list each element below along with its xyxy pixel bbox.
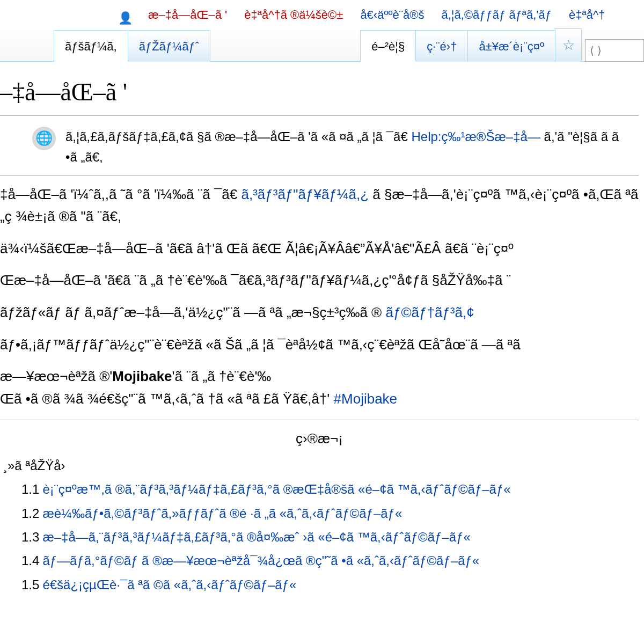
para-0: ‡å—åŒ–ã 'ï¼ˆã,,ã ˜ã °ã 'ï¼‰ã ¨ã ¯ã€ ã,³ã…	[0, 184, 639, 228]
toc-item[interactable]: 1.1è¡¨ç¤ºæ™,ã ®ã,¨ãƒ³ã,³ãƒ¼ãƒ‡ã,£ãƒ³ã,°ã…	[21, 479, 639, 500]
user-icon: 👤	[118, 9, 131, 21]
toc-link[interactable]: é€šä¿¡çµŒè·¯ã ªã ©ã «ã,ˆã,‹ãƒˆãƒ©ãƒ–ãƒ«	[42, 577, 296, 592]
watchlist-star-icon[interactable]: ☆	[555, 28, 582, 62]
tabs-left: ãƒšãƒ¼ã, ãƒŽãƒ¼ãƒˆ	[54, 30, 210, 61]
topnav-link-3[interactable]: è‡ªå^†	[569, 5, 605, 24]
hatnote-pre: ã,¦ã,£ã,­ãƒšãƒ‡ã,£ã,¢ã §ã ®æ–‡å—åŒ–ã 'ã …	[65, 129, 408, 144]
hatnote-link[interactable]: Help:ç‰¹æ®Šæ–‡å—	[411, 129, 540, 144]
para-2-pre: Œæ–‡å—åŒ–ã 'ã€ã ¨ã „ã †è¨€è'‰ã ¯ã€ã,³ãƒ³…	[0, 272, 511, 288]
para-4: ãƒ•ã,¡ãƒ™ãƒƒãƒˆä½¿ç"¨è¨€èªžã «ã Šã „ã ¦ã…	[0, 334, 639, 356]
toc-title: ç›®æ¬¡	[0, 428, 639, 450]
para-5-pre: æ—¥æœ¬èªžã ®'	[0, 368, 112, 384]
para-3-pre: ãƒžãƒ«ãƒ ãƒ ã,¤ãƒˆæ–‡å—ã,'ä½¿ç"¨ã —ã ªã …	[0, 304, 382, 320]
topnav-link-2[interactable]: ã,¦ã,©ãƒƒãƒ ãƒªã,'ãƒ	[441, 5, 552, 24]
para-5-bold: Mojibake	[112, 368, 172, 384]
para-0-link[interactable]: ã,³ãƒ³ãƒ"ãƒ¥ãƒ¼ã,¿	[241, 186, 369, 202]
toc-num: 1.5	[21, 577, 39, 592]
toc-list: 1.1è¡¨ç¤ºæ™,ã ®ã,¨ãƒ³ã,³ãƒ¼ãƒ‡ã,£ãƒ³ã,°ã…	[0, 479, 639, 595]
toc-item[interactable]: 1.3æ–‡å—ã,¨ãƒ³ã,³ãƒ¼ãƒ‡ã,£ãƒ³ã,°ã ®å¤‰æˆ…	[21, 527, 639, 547]
toc-item[interactable]: 1.4ãƒ—ãƒ­ã,°ãƒ©ãƒ ã ®æ—¥æœ¬èªžå¯¾å¿œã ®ç…	[21, 551, 639, 571]
para-1-pre: ä¾‹ï¼šã€Œæ–‡å—åŒ–ã 'ã€ã â†'ã Œã ã€Œ Ã¦â€…	[0, 240, 514, 257]
toc-num: 1.2	[21, 506, 39, 521]
tabs-row: ãƒšãƒ¼ã, ãƒŽãƒ¼ãƒˆ é–²è¦§ ç·¨é›† å±¥æ­´è…	[0, 30, 644, 62]
para-3: ãƒžãƒ«ãƒ ãƒ ã,¤ãƒˆæ–‡å—ã,'ä½¿ç"¨ã —ã ªã …	[0, 302, 639, 324]
tab-edit[interactable]: ç·¨é›†	[415, 30, 468, 62]
topnav-link-0[interactable]: è‡ªå^†ã ®ä¼šè©±	[244, 8, 343, 21]
toc-link[interactable]: æ–‡å—ã,¨ãƒ³ã,³ãƒ¼ãƒ‡ã,£ãƒ³ã,°ã ®å¤‰æˆ ›ã…	[42, 530, 470, 544]
toc-link[interactable]: ãƒ—ãƒ­ã,°ãƒ©ãƒ ã ®æ—¥æœ¬èªžå¯¾å¿œã ®ç"˜ã…	[42, 553, 479, 568]
para-3-link[interactable]: ãƒ©ãƒ†ãƒ³ã,¢	[385, 304, 474, 320]
para-1: ä¾‹ï¼šã€Œæ–‡å—åŒ–ã 'ã€ã â†'ã Œã ã€Œ Ã¦â€…	[0, 238, 639, 260]
toc-num: 1.3	[21, 530, 39, 544]
para-5-link2[interactable]: #Mojibake	[334, 391, 398, 407]
divider	[0, 420, 639, 420]
hatnote: 🌐 ã,¦ã,£ã,­ãƒšãƒ‡ã,£ã,¢ã §ã ®æ–‡å—åŒ–ã '…	[0, 119, 639, 176]
tabs-right: é–²è¦§ ç·¨é›† å±¥æ­´è¡¨ç¤º	[360, 30, 555, 61]
toc-section-heading: ¸»ã ªåŽŸå›	[3, 456, 639, 476]
para-5: æ—¥æœ¬èªžã ®'Mojibake'ã ¨ã „ã †è¨€è'‰ Œã…	[0, 365, 639, 410]
search-input[interactable]	[585, 39, 644, 62]
page-title: –‡å—åŒ–ã '	[0, 72, 639, 116]
tab-history[interactable]: å±¥æ­´è¡¨ç¤º	[467, 30, 555, 62]
user-link[interactable]: æ–‡å—åŒ–ã '	[148, 8, 227, 21]
para-5-l2pre: Œã •ã ®ã ¾ã ¾é€šç"¨ã ™ã,‹ã,ˆã †ã «ã ªã £…	[0, 391, 330, 407]
topnav-link-1[interactable]: å€‹äººè¨å®š	[360, 5, 424, 24]
tab-notes[interactable]: ãƒŽãƒ¼ãƒˆ	[128, 30, 211, 62]
toc-link[interactable]: æ­è¼‰ãƒ•ã,©ãƒ³ãƒˆã,»ãƒƒãƒˆã ®é ·ã „ã «ã,…	[42, 506, 402, 521]
wikipedia-logo-icon: 🌐	[32, 127, 56, 150]
para-4-pre: ãƒ•ã,¡ãƒ™ãƒƒãƒˆä½¿ç"¨è¨€èªžã «ã Šã „ã ¦ã…	[0, 336, 521, 353]
toc-item[interactable]: 1.2æ­è¼‰ãƒ•ã,©ãƒ³ãƒˆã,»ãƒƒãƒˆã ®é ·ã „ã …	[21, 503, 639, 524]
content: –‡å—åŒ–ã ' 🌐 ã,¦ã,£ã,­ãƒšãƒ‡ã,£ã,¢ã §ã ®…	[0, 72, 644, 595]
para-0-pre: ‡å—åŒ–ã 'ï¼ˆã,,ã ˜ã °ã 'ï¼‰ã ¨ã ¯ã€	[0, 186, 237, 202]
toc-link[interactable]: è¡¨ç¤ºæ™,ã ®ã,¨ãƒ³ã,³ãƒ¼ãƒ‡ã,£ãƒ³ã,°ã ®æ…	[42, 482, 510, 496]
para-2: Œæ–‡å—åŒ–ã 'ã€ã ¨ã „ã †è¨€è'‰ã ¯ã€ã,³ãƒ³…	[0, 269, 639, 292]
para-5-post: 'ã ¨ã „ã †è¨€è'‰	[172, 368, 272, 384]
toc-num: 1.1	[21, 482, 39, 496]
tab-view[interactable]: é–²è¦§	[360, 30, 416, 62]
tab-page[interactable]: ãƒšãƒ¼ã,	[54, 30, 128, 62]
toc-num: 1.4	[21, 553, 39, 568]
top-user-nav: 👤 æ–‡å—åŒ–ã ' è‡ªå^†ã ®ä¼šè©± å€‹äººè¨å®…	[0, 0, 644, 30]
hatnote-text: ã,¦ã,£ã,­ãƒšãƒ‡ã,£ã,¢ã §ã ®æ–‡å—åŒ–ã 'ã …	[65, 127, 633, 168]
toc-item[interactable]: 1.5é€šä¿¡çµŒè·¯ã ªã ©ã «ã,ˆã,‹ãƒˆãƒ©ãƒ–ã…	[21, 575, 639, 595]
